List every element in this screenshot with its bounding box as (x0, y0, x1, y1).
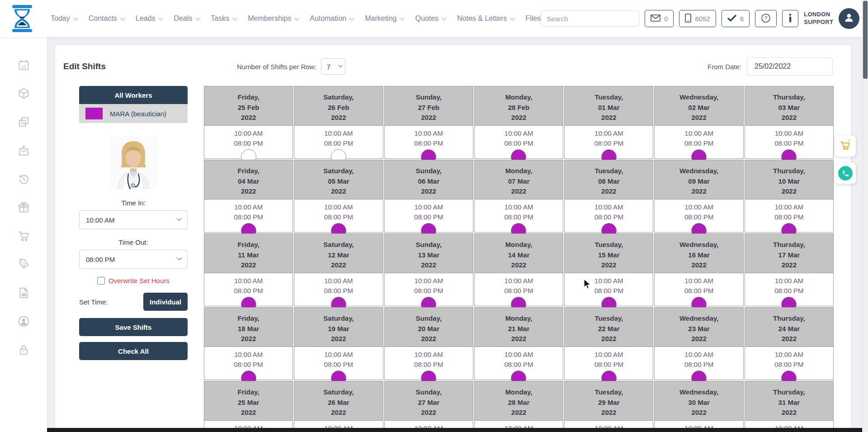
shift-time-out: 08:00 PM (655, 360, 743, 370)
individual-button[interactable]: Individual (143, 293, 188, 311)
nav-item-tasks[interactable]: Tasks (211, 14, 236, 23)
shift-cell: 10:00 AM08:00 PM (564, 199, 653, 233)
nav-item-leads[interactable]: Leads (136, 14, 162, 23)
nav-item-quotes[interactable]: Quotes (415, 14, 445, 23)
cart-icon[interactable] (18, 230, 30, 242)
day-header-cell: Saturday,26 Mar2022 (294, 381, 383, 421)
phone-badge-button[interactable]: 6052 (679, 10, 716, 27)
chevron-down-icon (349, 15, 354, 20)
day-header-cell: Tuesday,22 Mar2022 (564, 307, 653, 347)
shift-cell: 10:00 AM08:00 PM (204, 273, 293, 306)
tasks-badge-button[interactable]: 6 (722, 10, 750, 27)
shopping-bag-icon[interactable] (18, 144, 30, 157)
main-content: Edit Shifts Number of Shifts per Row: 7 … (47, 37, 862, 432)
user-avatar[interactable] (839, 8, 859, 29)
shift-cell: 10:00 AM08:00 PM (384, 347, 473, 380)
mail-badge-button[interactable]: 0 (645, 10, 674, 27)
nav-item-label: Contacts (89, 14, 117, 23)
day-header-cell: Friday,04 Mar2022 (204, 160, 293, 199)
day-header-cell: Thursday,10 Mar2022 (745, 160, 834, 199)
shift-time-out: 08:00 PM (204, 212, 292, 222)
chevron-down-icon (158, 15, 163, 20)
floating-cart-button[interactable] (835, 136, 856, 157)
shift-cell: 10:00 AM08:00 PM (294, 273, 383, 306)
overwrite-set-hours-checkbox[interactable] (97, 277, 105, 285)
shift-time-in: 10:00 AM (385, 128, 473, 138)
day-header-cell: Thursday,31 Mar2022 (745, 381, 834, 421)
shift-time-in: 10:00 AM (204, 128, 292, 138)
package-icon[interactable] (18, 87, 30, 100)
shift-cell: 10:00 AM08:00 PM (654, 199, 743, 233)
search-box (541, 10, 639, 27)
shift-cell: 10:00 AM08:00 PM (474, 273, 563, 306)
day-header-cell: Friday,25 Feb2022 (204, 86, 293, 126)
day-header-cell: Tuesday,15 Mar2022 (564, 233, 653, 273)
vertical-scrollbar-thumb[interactable] (863, 1, 868, 79)
cart-icon (840, 139, 851, 153)
copy-icon[interactable] (18, 116, 30, 128)
nav-item-automation[interactable]: Automation (310, 14, 353, 23)
nav-item-label: Today (51, 14, 70, 23)
from-date-input[interactable] (747, 57, 833, 76)
vertical-scrollbar-track[interactable] (862, 0, 868, 432)
report-icon[interactable] (18, 287, 30, 299)
nav-item-contacts[interactable]: Contacts (89, 14, 124, 23)
main-nav: TodayContactsLeadsDealsTasksMembershipsA… (51, 14, 541, 23)
phone-count: 6052 (695, 15, 710, 23)
nav-item-label: Marketing (365, 14, 396, 23)
from-date-label: From Date: (708, 63, 741, 71)
chevron-down-icon (294, 15, 299, 20)
shift-time-out: 08:00 PM (385, 286, 473, 296)
nav-item-deals[interactable]: Deals (174, 14, 199, 23)
shift-time-in: 10:00 AM (475, 128, 563, 138)
worker-name: MARA (beautician) (110, 110, 166, 118)
shift-cell: 10:00 AM08:00 PM (654, 273, 743, 306)
nav-item-notes-letters[interactable]: Notes & Letters (457, 14, 514, 23)
shift-time-in: 10:00 AM (655, 350, 743, 360)
nav-item-today[interactable]: Today (51, 14, 77, 23)
day-header-cell: Wednesday,23 Mar2022 (654, 307, 743, 347)
nav-item-files[interactable]: Files (525, 14, 541, 23)
all-workers-button[interactable]: All Workers (79, 86, 188, 104)
shift-cell: 10:00 AM08:00 PM (474, 126, 563, 159)
price-tag-icon[interactable]: $ (18, 258, 30, 271)
info-button[interactable] (782, 10, 798, 27)
save-shifts-button[interactable]: Save Shifts (79, 318, 188, 336)
shift-time-out: 08:00 PM (294, 138, 382, 148)
day-header-cell: Tuesday,29 Mar2022 (564, 381, 653, 421)
nav-item-memberships[interactable]: Memberships (248, 14, 298, 23)
lock-icon[interactable] (18, 344, 30, 356)
day-header-cell: Thursday,03 Mar2022 (745, 86, 834, 126)
from-date-group: From Date: (708, 57, 833, 76)
shift-time-out: 08:00 PM (745, 360, 833, 370)
calendar-icon[interactable]: 12 (18, 59, 30, 71)
chevron-down-icon (195, 15, 200, 20)
shift-time-in: 10:00 AM (475, 202, 563, 212)
day-header-cell: Monday,21 Mar2022 (474, 307, 563, 347)
task-count: 6 (740, 15, 744, 23)
shift-cell: 10:00 AM08:00 PM (564, 273, 653, 306)
help-button[interactable]: ? (755, 10, 777, 27)
app-logo-hourglass-icon[interactable] (11, 5, 33, 32)
shift-time-in: 10:00 AM (565, 276, 653, 286)
horizontal-scrollbar[interactable] (47, 428, 862, 432)
shift-cell: 10:00 AM08:00 PM (294, 199, 383, 233)
time-out-select[interactable]: 08:00 PM (79, 250, 188, 269)
time-in-label: Time In: (79, 199, 188, 207)
worker-row[interactable]: MARA (beautician) (79, 104, 188, 123)
search-input[interactable] (541, 15, 639, 23)
check-all-button[interactable]: Check All (79, 342, 188, 360)
gift-icon[interactable] (18, 201, 30, 214)
floating-phone-button[interactable] (835, 163, 856, 184)
shift-time-in: 10:00 AM (475, 276, 563, 286)
day-header-cell: Monday,14 Mar2022 (474, 233, 563, 273)
day-header-cell: Wednesday,02 Mar2022 (654, 86, 743, 126)
shifts-per-row-select[interactable]: 7 (321, 58, 345, 75)
user-circle-icon[interactable] (18, 315, 30, 328)
question-circle-icon: ? (761, 13, 771, 24)
account-name: LONDON SUPPORT (804, 11, 833, 26)
shift-cell: 10:00 AM08:00 PM (384, 126, 473, 159)
nav-item-marketing[interactable]: Marketing (365, 14, 403, 23)
history-icon[interactable] (18, 173, 30, 185)
time-in-select[interactable]: 10:00 AM (79, 210, 188, 229)
